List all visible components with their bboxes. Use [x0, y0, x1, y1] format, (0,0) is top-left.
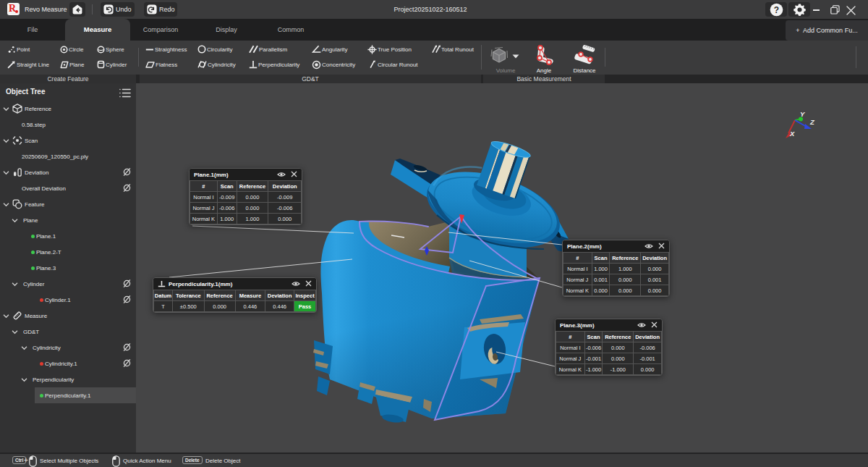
svg-text:X: X — [789, 130, 795, 138]
svg-text:Z: Z — [809, 118, 815, 126]
svg-text:Y: Y — [800, 110, 806, 118]
svg-text:?: ? — [773, 4, 778, 14]
